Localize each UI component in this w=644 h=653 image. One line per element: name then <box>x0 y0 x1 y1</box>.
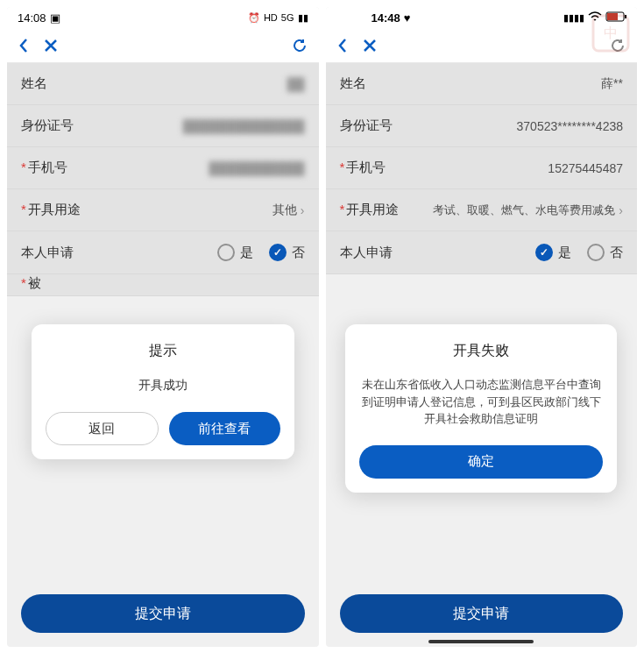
view-button[interactable]: 前往查看 <box>169 412 280 445</box>
dialog-body: 未在山东省低收入人口动态监测信息平台中查询到证明申请人登记信息，可到县区民政部门… <box>359 376 603 428</box>
status-time: 14:08 <box>18 11 46 25</box>
dialog-failure: 开具失败 未在山东省低收入人口动态监测信息平台中查询到证明申请人登记信息，可到县… <box>345 324 617 493</box>
heart-icon: ♥ <box>404 11 411 25</box>
close-icon[interactable] <box>363 39 377 53</box>
signal-icon: ▮▮▮▮ <box>563 12 584 24</box>
refresh-icon[interactable] <box>291 37 308 54</box>
dialog-success: 提示 开具成功 返回 前往查看 <box>32 324 294 459</box>
status-time: 14:48 <box>372 11 400 25</box>
gallery-icon: ▣ <box>50 11 60 25</box>
status-bar: 14:08 ▣ ⏰HD5G▮▮ <box>7 7 319 28</box>
modal-overlay <box>7 63 319 296</box>
phone-screenshot-right: 中 14:48 ♥ ▮▮▮▮ 姓名 薛** <box>326 7 638 647</box>
dialog-title: 提示 <box>46 342 280 360</box>
submit-button[interactable]: 提交申请 <box>340 594 624 633</box>
svg-text:中: 中 <box>604 25 618 40</box>
form-area: 姓名 ██ 身份证号 ██████████████ *手机号 █████████… <box>7 63 319 296</box>
watermark-icon: 中 <box>584 7 637 60</box>
phone-screenshot-left: 14:08 ▣ ⏰HD5G▮▮ 姓名 ██ 身份证号 █████████████… <box>7 7 319 647</box>
back-icon[interactable] <box>18 37 30 54</box>
value-id: ██████████████ <box>183 119 305 133</box>
modal-overlay <box>326 63 638 274</box>
value-phone: ███████████ <box>209 161 304 175</box>
close-icon[interactable] <box>44 39 58 53</box>
nav-bar <box>7 28 319 63</box>
back-icon[interactable] <box>336 37 349 54</box>
dialog-title: 开具失败 <box>359 342 603 360</box>
back-button[interactable]: 返回 <box>46 412 159 445</box>
home-indicator <box>428 640 534 643</box>
dialog-body: 开具成功 <box>46 376 280 394</box>
value-name: ██ <box>287 77 305 91</box>
form-area: 姓名 薛** 身份证号 370523********4238 *手机号 1527… <box>326 63 638 274</box>
ok-button[interactable]: 确定 <box>359 445 603 479</box>
submit-button[interactable]: 提交申请 <box>21 594 305 633</box>
status-indicators: ⏰HD5G▮▮ <box>248 12 308 24</box>
